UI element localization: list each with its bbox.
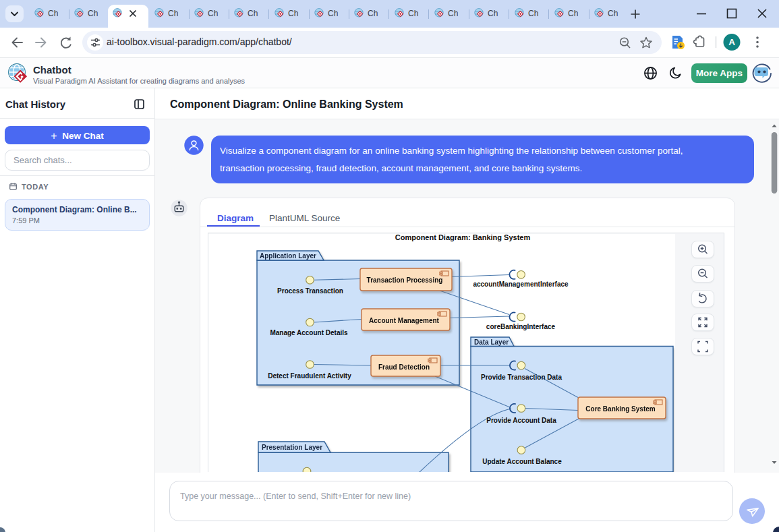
svg-text:Provide Account Data: Provide Account Data: [486, 417, 556, 424]
svg-text:Presentation Layer: Presentation Layer: [262, 444, 322, 451]
svg-text:Component Diagram: Banking Sys: Component Diagram: Banking System: [395, 234, 531, 241]
svg-text:Core Banking System: Core Banking System: [585, 405, 655, 413]
svg-text:A: A: [728, 37, 735, 47]
svg-text:Account Management: Account Management: [369, 317, 440, 324]
svg-text:Data Layer: Data Layer: [474, 338, 509, 346]
svg-text:Process Transaction: Process Transaction: [277, 287, 343, 295]
svg-text:accountManagementInterface: accountManagementInterface: [473, 280, 569, 288]
svg-text:Fraud Detection: Fraud Detection: [378, 363, 430, 371]
svg-text:Detect Fraudulent Activity: Detect Fraudulent Activity: [268, 372, 351, 380]
svg-text:Provide Transaction Data: Provide Transaction Data: [481, 374, 562, 381]
svg-text:Application Layer: Application Layer: [260, 252, 316, 260]
svg-text:coreBankingInterface: coreBankingInterface: [486, 323, 556, 330]
svg-text:Manage Account Details: Manage Account Details: [270, 329, 348, 336]
svg-text:Update Account Balance: Update Account Balance: [482, 458, 562, 465]
svg-text:Transaction Processing: Transaction Processing: [367, 276, 443, 284]
